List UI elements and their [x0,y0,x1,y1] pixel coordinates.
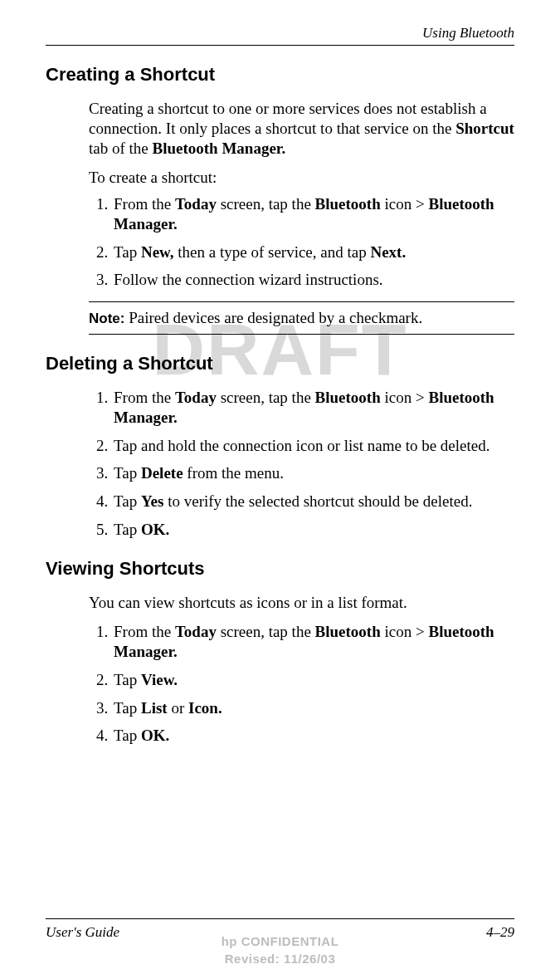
list-item: Tap Delete from the menu. [112,463,514,483]
text: then a type of service, and tap [174,243,371,261]
bold-text: New, [141,243,174,261]
list-item: From the Today screen, tap the Bluetooth… [112,194,514,234]
text: Tap [114,243,141,261]
bold-text: Today [175,389,217,406]
text: Tap [114,699,141,717]
heading-deleting-shortcut: Deleting a Shortcut [46,353,514,374]
deleting-steps-list: From the Today screen, tap the Bluetooth… [89,388,514,540]
viewing-steps-list: From the Today screen, tap the Bluetooth… [89,622,514,746]
bold-text: Today [175,623,217,640]
running-header: Using Bluetooth [46,25,514,42]
list-item: From the Today screen, tap the Bluetooth… [112,388,514,428]
text: to verify the selected shortcut should b… [163,492,472,510]
bold-text: Delete [141,464,183,482]
bold-text: Next. [370,243,406,261]
text: screen, tap the [217,623,315,640]
text: Tap [114,464,141,482]
bold-text: Bluetooth Manager. [153,139,286,157]
bold-text: Shortcut [455,120,514,137]
text: From the [114,623,175,640]
text: tab of the [89,139,153,157]
text: From the [114,389,175,406]
header-rule [46,45,514,46]
list-item: From the Today screen, tap the Bluetooth… [112,622,514,662]
text: screen, tap the [217,389,315,406]
text: icon > [381,389,429,406]
bold-text: OK. [141,521,169,538]
creating-steps-list: From the Today screen, tap the Bluetooth… [89,194,514,290]
text: icon > [381,623,429,640]
page-content: Creating a Shortcut Creating a shortcut … [46,64,514,746]
bold-text: Bluetooth [315,195,381,213]
list-item: Tap List or Icon. [112,698,514,718]
footer-rule [46,918,514,919]
creating-intro-paragraph: Creating a shortcut to one or more servi… [89,99,514,158]
text: Paired devices are designated by a check… [124,309,422,326]
note-rule-bottom [89,334,514,335]
text: From the [114,195,175,213]
heading-viewing-shortcuts: Viewing Shortcuts [46,558,514,580]
bold-text: Bluetooth [315,623,381,640]
text: screen, tap the [217,195,315,213]
bold-text: Yes [141,492,163,510]
list-item: Tap OK. [112,726,514,746]
bold-text: List [141,699,168,717]
list-item: Tap OK. [112,520,514,540]
list-item: Follow the connection wizard instruction… [112,270,514,290]
text: Tap [114,521,141,538]
list-item: Tap View. [112,670,514,690]
note-label: Note: [89,311,124,326]
bold-text: Bluetooth [315,389,381,406]
text: icon > [381,195,429,213]
footer-confidential: hp CONFIDENTIAL [0,932,560,950]
note-text: Note: Paired devices are designated by a… [89,302,514,334]
bold-text: View. [141,671,178,688]
text: from the menu. [183,464,284,482]
text: Creating a shortcut to one or more servi… [89,100,487,137]
heading-creating-shortcut: Creating a Shortcut [46,64,514,86]
footer-revised: Revised: 11/26/03 [0,950,560,967]
bold-text: OK. [141,727,169,744]
list-item: Tap and hold the connection icon or list… [112,436,514,456]
text: Tap [114,671,141,688]
creating-lead: To create a shortcut: [89,168,514,188]
list-item: Tap New, then a type of service, and tap… [112,242,514,262]
bold-text: Today [175,195,217,213]
text: Tap [114,727,141,744]
text: Tap [114,492,141,510]
note-block: Note: Paired devices are designated by a… [89,301,514,335]
footer-confidential-block: hp CONFIDENTIAL Revised: 11/26/03 [0,932,560,967]
list-item: Tap Yes to verify the selected shortcut … [112,492,514,511]
bold-text: Icon. [188,699,222,717]
viewing-intro: You can view shortcuts as icons or in a … [89,593,514,613]
text: or [168,699,188,717]
